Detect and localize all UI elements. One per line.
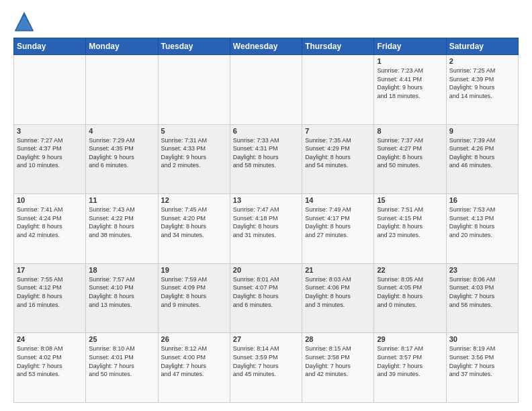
day-number: 27	[233, 335, 299, 343]
weekday-tuesday: Tuesday	[158, 38, 230, 55]
weekday-saturday: Saturday	[446, 38, 518, 55]
day-number: 30	[449, 335, 515, 343]
day-info: Sunrise: 8:05 AM Sunset: 4:05 PM Dayligh…	[377, 275, 443, 309]
calendar-cell: 3Sunrise: 7:27 AM Sunset: 4:37 PM Daylig…	[14, 124, 86, 194]
calendar-cell: 21Sunrise: 8:03 AM Sunset: 4:06 PM Dayli…	[302, 263, 374, 333]
calendar-cell: 18Sunrise: 7:57 AM Sunset: 4:10 PM Dayli…	[86, 263, 158, 333]
calendar-table: SundayMondayTuesdayWednesdayThursdayFrid…	[13, 38, 519, 403]
calendar-cell: 19Sunrise: 7:59 AM Sunset: 4:09 PM Dayli…	[158, 263, 230, 333]
day-number: 15	[377, 196, 443, 204]
day-number: 16	[449, 196, 515, 204]
calendar-cell: 24Sunrise: 8:08 AM Sunset: 4:02 PM Dayli…	[14, 333, 86, 403]
calendar-cell: 17Sunrise: 7:55 AM Sunset: 4:12 PM Dayli…	[14, 263, 86, 333]
calendar-cell: 20Sunrise: 8:01 AM Sunset: 4:07 PM Dayli…	[230, 263, 302, 333]
day-info: Sunrise: 7:45 AM Sunset: 4:20 PM Dayligh…	[161, 205, 227, 239]
week-row-3: 10Sunrise: 7:41 AM Sunset: 4:24 PM Dayli…	[14, 194, 519, 264]
day-number: 9	[449, 127, 515, 135]
day-info: Sunrise: 7:55 AM Sunset: 4:12 PM Dayligh…	[17, 275, 83, 309]
day-number: 6	[233, 127, 299, 135]
day-info: Sunrise: 8:06 AM Sunset: 4:03 PM Dayligh…	[449, 275, 515, 309]
day-number: 20	[233, 266, 299, 274]
day-info: Sunrise: 7:47 AM Sunset: 4:18 PM Dayligh…	[233, 205, 299, 239]
day-number: 28	[305, 335, 371, 343]
calendar-cell: 8Sunrise: 7:37 AM Sunset: 4:27 PM Daylig…	[374, 124, 446, 194]
day-info: Sunrise: 7:51 AM Sunset: 4:15 PM Dayligh…	[377, 205, 443, 239]
week-row-4: 17Sunrise: 7:55 AM Sunset: 4:12 PM Dayli…	[14, 263, 519, 333]
day-info: Sunrise: 7:27 AM Sunset: 4:37 PM Dayligh…	[17, 136, 83, 170]
calendar-cell	[158, 55, 230, 125]
day-number: 10	[17, 196, 83, 204]
day-info: Sunrise: 7:35 AM Sunset: 4:29 PM Dayligh…	[305, 136, 371, 170]
day-number: 5	[161, 127, 227, 135]
calendar-cell: 25Sunrise: 8:10 AM Sunset: 4:01 PM Dayli…	[86, 333, 158, 403]
calendar-cell: 13Sunrise: 7:47 AM Sunset: 4:18 PM Dayli…	[230, 194, 302, 264]
day-number: 24	[17, 335, 83, 343]
day-info: Sunrise: 7:59 AM Sunset: 4:09 PM Dayligh…	[161, 275, 227, 309]
calendar-cell: 10Sunrise: 7:41 AM Sunset: 4:24 PM Dayli…	[14, 194, 86, 264]
day-number: 3	[17, 127, 83, 135]
calendar-cell: 27Sunrise: 8:14 AM Sunset: 3:59 PM Dayli…	[230, 333, 302, 403]
day-info: Sunrise: 7:57 AM Sunset: 4:10 PM Dayligh…	[89, 275, 154, 309]
day-number: 18	[89, 266, 154, 274]
calendar-cell: 16Sunrise: 7:53 AM Sunset: 4:13 PM Dayli…	[446, 194, 518, 264]
day-number: 22	[377, 266, 443, 274]
day-number: 8	[377, 127, 443, 135]
day-number: 19	[161, 266, 227, 274]
calendar-cell: 5Sunrise: 7:31 AM Sunset: 4:33 PM Daylig…	[158, 124, 230, 194]
weekday-header-row: SundayMondayTuesdayWednesdayThursdayFrid…	[14, 38, 519, 55]
week-row-1: 1Sunrise: 7:23 AM Sunset: 4:41 PM Daylig…	[14, 55, 519, 125]
calendar: SundayMondayTuesdayWednesdayThursdayFrid…	[13, 38, 519, 403]
weekday-monday: Monday	[86, 38, 158, 55]
week-row-5: 24Sunrise: 8:08 AM Sunset: 4:02 PM Dayli…	[14, 333, 519, 403]
calendar-cell	[230, 55, 302, 125]
calendar-cell: 7Sunrise: 7:35 AM Sunset: 4:29 PM Daylig…	[302, 124, 374, 194]
calendar-cell: 28Sunrise: 8:15 AM Sunset: 3:58 PM Dayli…	[302, 333, 374, 403]
header	[13, 11, 519, 32]
page: SundayMondayTuesdayWednesdayThursdayFrid…	[0, 0, 532, 411]
day-number: 17	[17, 266, 83, 274]
logo-icon	[13, 11, 35, 32]
weekday-friday: Friday	[374, 38, 446, 55]
day-info: Sunrise: 8:19 AM Sunset: 3:56 PM Dayligh…	[449, 345, 515, 378]
calendar-cell	[302, 55, 374, 125]
day-info: Sunrise: 7:37 AM Sunset: 4:27 PM Dayligh…	[377, 136, 443, 170]
day-info: Sunrise: 7:53 AM Sunset: 4:13 PM Dayligh…	[449, 205, 515, 239]
day-number: 13	[233, 196, 299, 204]
calendar-cell: 2Sunrise: 7:25 AM Sunset: 4:39 PM Daylig…	[446, 55, 518, 125]
day-info: Sunrise: 7:39 AM Sunset: 4:26 PM Dayligh…	[449, 136, 515, 170]
day-number: 11	[89, 196, 154, 204]
day-info: Sunrise: 8:01 AM Sunset: 4:07 PM Dayligh…	[233, 275, 299, 309]
day-number: 4	[89, 127, 154, 135]
day-number: 25	[89, 335, 154, 343]
calendar-cell: 12Sunrise: 7:45 AM Sunset: 4:20 PM Dayli…	[158, 194, 230, 264]
week-row-2: 3Sunrise: 7:27 AM Sunset: 4:37 PM Daylig…	[14, 124, 519, 194]
day-info: Sunrise: 7:33 AM Sunset: 4:31 PM Dayligh…	[233, 136, 299, 170]
day-number: 21	[305, 266, 371, 274]
day-number: 12	[161, 196, 227, 204]
day-number: 2	[449, 57, 515, 65]
svg-marker-1	[16, 15, 32, 30]
day-info: Sunrise: 7:41 AM Sunset: 4:24 PM Dayligh…	[17, 205, 83, 239]
calendar-cell: 6Sunrise: 7:33 AM Sunset: 4:31 PM Daylig…	[230, 124, 302, 194]
calendar-cell: 22Sunrise: 8:05 AM Sunset: 4:05 PM Dayli…	[374, 263, 446, 333]
calendar-cell: 9Sunrise: 7:39 AM Sunset: 4:26 PM Daylig…	[446, 124, 518, 194]
weekday-sunday: Sunday	[14, 38, 86, 55]
day-info: Sunrise: 7:29 AM Sunset: 4:35 PM Dayligh…	[89, 136, 154, 170]
day-info: Sunrise: 7:49 AM Sunset: 4:17 PM Dayligh…	[305, 205, 371, 239]
day-number: 29	[377, 335, 443, 343]
calendar-cell: 1Sunrise: 7:23 AM Sunset: 4:41 PM Daylig…	[374, 55, 446, 125]
day-info: Sunrise: 8:10 AM Sunset: 4:01 PM Dayligh…	[89, 345, 154, 378]
day-info: Sunrise: 8:15 AM Sunset: 3:58 PM Dayligh…	[305, 345, 371, 378]
day-number: 23	[449, 266, 515, 274]
day-info: Sunrise: 7:25 AM Sunset: 4:39 PM Dayligh…	[449, 66, 515, 100]
calendar-cell: 15Sunrise: 7:51 AM Sunset: 4:15 PM Dayli…	[374, 194, 446, 264]
day-number: 26	[161, 335, 227, 343]
day-number: 7	[305, 127, 371, 135]
calendar-cell: 14Sunrise: 7:49 AM Sunset: 4:17 PM Dayli…	[302, 194, 374, 264]
day-number: 14	[305, 196, 371, 204]
day-number: 1	[377, 57, 443, 65]
weekday-wednesday: Wednesday	[230, 38, 302, 55]
day-info: Sunrise: 8:03 AM Sunset: 4:06 PM Dayligh…	[305, 275, 371, 309]
logo	[13, 11, 38, 32]
calendar-cell: 11Sunrise: 7:43 AM Sunset: 4:22 PM Dayli…	[86, 194, 158, 264]
